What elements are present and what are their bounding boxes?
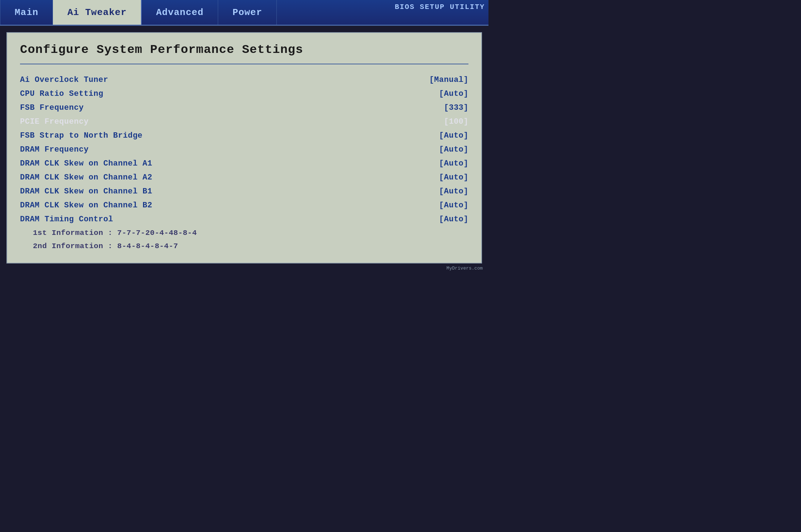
bios-title: BIOS SETUP UTILITY xyxy=(391,0,488,14)
bios-screen: Main Ai Tweaker Advanced Power BIOS SETU… xyxy=(0,0,488,263)
tab-ai-tweaker[interactable]: Ai Tweaker xyxy=(53,0,142,25)
divider xyxy=(20,64,468,64)
setting-dram-clk-a1[interactable]: DRAM CLK Skew on Channel A1 [Auto] xyxy=(20,157,468,171)
setting-dram-frequency[interactable]: DRAM Frequency [Auto] xyxy=(20,143,468,157)
setting-dram-timing-control[interactable]: DRAM Timing Control [Auto] xyxy=(20,212,468,226)
top-nav-bar: Main Ai Tweaker Advanced Power BIOS SETU… xyxy=(0,0,488,26)
watermark: MyDrivers.com xyxy=(447,266,483,271)
nav-tabs: Main Ai Tweaker Advanced Power xyxy=(0,0,277,25)
setting-pcie-frequency[interactable]: PCIE Frequency [100] xyxy=(20,115,468,129)
tab-power[interactable]: Power xyxy=(218,0,277,25)
settings-list: Ai Overclock Tuner [Manual] CPU Ratio Se… xyxy=(20,73,468,253)
setting-fsb-strap[interactable]: FSB Strap to North Bridge [Auto] xyxy=(20,129,468,143)
setting-1st-information: 1st Information : 7-7-7-20-4-48-8-4 xyxy=(20,226,468,240)
setting-ai-overclock-tuner[interactable]: Ai Overclock Tuner [Manual] xyxy=(20,73,468,87)
tab-main[interactable]: Main xyxy=(0,0,53,25)
setting-dram-clk-b2[interactable]: DRAM CLK Skew on Channel B2 [Auto] xyxy=(20,198,468,212)
setting-cpu-ratio-setting[interactable]: CPU Ratio Setting [Auto] xyxy=(20,87,468,101)
tab-advanced[interactable]: Advanced xyxy=(142,0,218,25)
setting-dram-clk-b1[interactable]: DRAM CLK Skew on Channel B1 [Auto] xyxy=(20,184,468,198)
setting-2nd-information: 2nd Information : 8-4-8-4-8-4-7 xyxy=(20,240,468,253)
page-title: Configure System Performance Settings xyxy=(20,43,468,56)
setting-fsb-frequency[interactable]: FSB Frequency [333] xyxy=(20,101,468,115)
setting-dram-clk-a2[interactable]: DRAM CLK Skew on Channel A2 [Auto] xyxy=(20,171,468,184)
main-content: Configure System Performance Settings Ai… xyxy=(6,32,482,263)
